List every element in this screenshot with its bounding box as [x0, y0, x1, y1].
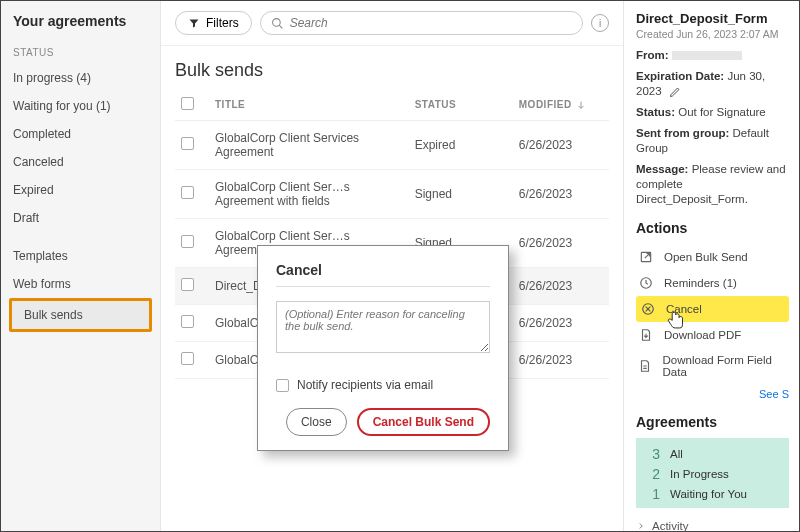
- from-label: From:: [636, 49, 669, 61]
- action-open-bulk-send[interactable]: Open Bulk Send: [636, 244, 789, 270]
- content: Bulk sends TITLE STATUS MODIFIED: [161, 46, 623, 379]
- close-button[interactable]: Close: [286, 408, 347, 436]
- label: In Progress: [670, 468, 729, 480]
- cancel-reason-input[interactable]: [276, 301, 490, 353]
- search-icon: [271, 17, 284, 30]
- detail-group: Sent from group: Default Group: [636, 126, 789, 156]
- row-status: Signed: [409, 170, 513, 219]
- label: All: [670, 448, 683, 460]
- sidebar-item-templates[interactable]: Templates: [1, 242, 160, 270]
- notify-recipients-row[interactable]: Notify recipients via email: [276, 378, 490, 392]
- download-icon: [638, 328, 654, 342]
- activity-toggle[interactable]: Activity: [636, 520, 789, 531]
- download-data-icon: [638, 359, 653, 373]
- row-modified: 6/26/2023: [513, 268, 609, 305]
- sidebar-item-waiting[interactable]: Waiting for you (1): [1, 92, 160, 120]
- count: 2: [646, 466, 660, 482]
- chevron-right-icon: [636, 521, 646, 531]
- notify-checkbox[interactable]: [276, 379, 289, 392]
- filters-label: Filters: [206, 16, 239, 30]
- filter-icon: [188, 17, 200, 29]
- col-status[interactable]: STATUS: [409, 89, 513, 121]
- label: Waiting for You: [670, 488, 747, 500]
- action-reminders[interactable]: Reminders (1): [636, 270, 789, 296]
- agreements-waiting[interactable]: 1 Waiting for You: [646, 484, 779, 504]
- sidebar-item-draft[interactable]: Draft: [1, 204, 160, 232]
- row-modified: 6/26/2023: [513, 342, 609, 379]
- action-download-pdf[interactable]: Download PDF: [636, 322, 789, 348]
- count: 1: [646, 486, 660, 502]
- status-value: Out for Signature: [678, 106, 766, 118]
- open-icon: [638, 250, 654, 264]
- sidebar-item-completed[interactable]: Completed: [1, 120, 160, 148]
- toolbar: Filters i: [161, 1, 623, 46]
- edit-expiration-icon[interactable]: [669, 86, 681, 98]
- cancel-icon: [640, 302, 656, 316]
- sidebar-item-in-progress[interactable]: In progress (4): [1, 64, 160, 92]
- action-label: Cancel: [666, 303, 702, 315]
- search-input[interactable]: [290, 16, 572, 30]
- cancel-bulk-send-button[interactable]: Cancel Bulk Send: [357, 408, 490, 436]
- actions-heading: Actions: [636, 220, 789, 236]
- sort-desc-icon: [576, 100, 586, 110]
- svg-line-1: [279, 25, 282, 28]
- svg-point-0: [272, 18, 280, 26]
- sidebar-item-bulksends[interactable]: Bulk sends: [12, 301, 149, 329]
- row-checkbox[interactable]: [181, 352, 194, 365]
- sidebar-item-bulksends-highlight: Bulk sends: [9, 298, 152, 332]
- agreements-heading: Agreements: [636, 414, 789, 430]
- sidebar-item-canceled[interactable]: Canceled: [1, 148, 160, 176]
- notify-label: Notify recipients via email: [297, 378, 433, 392]
- sidebar-item-expired[interactable]: Expired: [1, 176, 160, 204]
- detail-expiration: Expiration Date: Jun 30, 2023: [636, 69, 789, 99]
- see-more-link[interactable]: See S: [759, 388, 789, 400]
- from-value-redacted: [672, 51, 742, 60]
- detail-title: Direct_Deposit_Form: [636, 11, 789, 26]
- detail-created: Created Jun 26, 2023 2:07 AM: [636, 28, 789, 40]
- detail-status: Status: Out for Signature: [636, 105, 789, 120]
- row-checkbox[interactable]: [181, 137, 194, 150]
- detail-from: From:: [636, 48, 789, 63]
- col-modified[interactable]: MODIFIED: [513, 89, 609, 121]
- action-cancel[interactable]: Cancel: [636, 296, 789, 322]
- status-section-label: STATUS: [1, 43, 160, 64]
- filters-button[interactable]: Filters: [175, 11, 252, 35]
- count: 3: [646, 446, 660, 462]
- col-modified-label: MODIFIED: [519, 99, 572, 110]
- search-field[interactable]: [260, 11, 583, 35]
- agreements-in-progress[interactable]: 2 In Progress: [646, 464, 779, 484]
- row-title: GlobalCorp Client Ser…s Agreement with f…: [209, 170, 409, 219]
- agreements-all[interactable]: 3 All: [646, 444, 779, 464]
- action-label: Download Form Field Data: [663, 354, 787, 378]
- row-checkbox[interactable]: [181, 315, 194, 328]
- group-label: Sent from group:: [636, 127, 729, 139]
- col-title[interactable]: TITLE: [209, 89, 409, 121]
- row-title: GlobalCorp Client Services Agreement: [209, 121, 409, 170]
- page-title: Your agreements: [1, 13, 160, 43]
- table-row[interactable]: GlobalCorp Client Services AgreementExpi…: [175, 121, 609, 170]
- info-icon[interactable]: i: [591, 14, 609, 32]
- action-label: Reminders (1): [664, 277, 737, 289]
- sidebar: Your agreements STATUS In progress (4) W…: [1, 1, 161, 531]
- row-modified: 6/26/2023: [513, 121, 609, 170]
- row-modified: 6/26/2023: [513, 170, 609, 219]
- row-checkbox[interactable]: [181, 235, 194, 248]
- message-label: Message:: [636, 163, 688, 175]
- row-checkbox[interactable]: [181, 278, 194, 291]
- row-modified: 6/26/2023: [513, 219, 609, 268]
- row-checkbox[interactable]: [181, 186, 194, 199]
- action-label: Download PDF: [664, 329, 741, 341]
- details-panel: Direct_Deposit_Form Created Jun 26, 2023…: [623, 1, 799, 531]
- action-label: Open Bulk Send: [664, 251, 748, 263]
- row-status: Expired: [409, 121, 513, 170]
- agreements-summary: 3 All 2 In Progress 1 Waiting for You: [636, 438, 789, 508]
- cancel-modal: Cancel Notify recipients via email Close…: [257, 245, 509, 451]
- status-label: Status:: [636, 106, 675, 118]
- table-row[interactable]: GlobalCorp Client Ser…s Agreement with f…: [175, 170, 609, 219]
- action-download-form-data[interactable]: Download Form Field Data: [636, 348, 789, 384]
- sidebar-item-webforms[interactable]: Web forms: [1, 270, 160, 298]
- select-all-checkbox[interactable]: [181, 97, 194, 110]
- modal-title: Cancel: [276, 262, 490, 278]
- content-heading: Bulk sends: [175, 60, 609, 81]
- activity-label: Activity: [652, 520, 688, 531]
